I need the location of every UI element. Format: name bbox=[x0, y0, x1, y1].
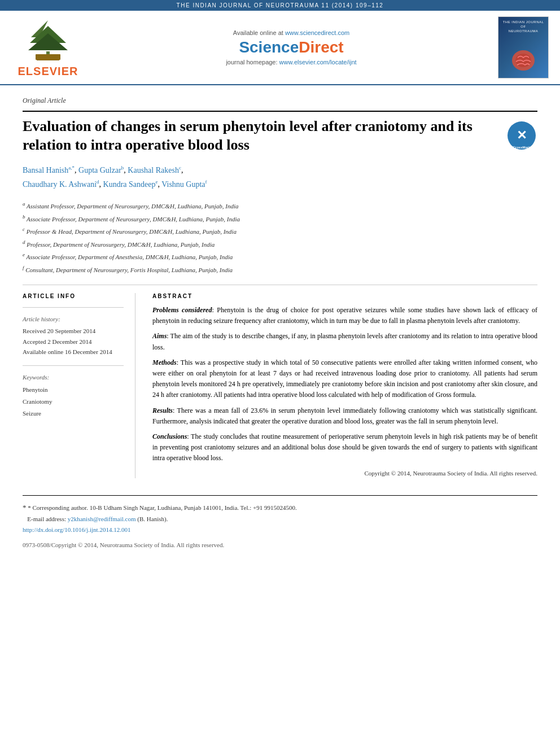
crossmark-icon: ✕ CrossMark bbox=[506, 120, 537, 151]
sciencedirect-url-link[interactable]: www.sciencedirect.com bbox=[285, 29, 349, 36]
author3-name: Kaushal Rakesh bbox=[128, 166, 179, 174]
abstract-column: ABSTRACT Problems considered: Phenytoin … bbox=[152, 293, 537, 478]
info-divider-top bbox=[23, 307, 124, 308]
abstract-problems: Problems considered: Phenytoin is the dr… bbox=[152, 305, 537, 326]
affiliation-d: d Professor, Department of Neurosurgery,… bbox=[23, 238, 537, 250]
svg-text:✕: ✕ bbox=[517, 128, 527, 142]
main-content: Original Article Evaluation of changes i… bbox=[0, 85, 560, 561]
cover-brain-icon bbox=[509, 46, 537, 75]
abstract-section-label: ABSTRACT bbox=[152, 293, 537, 299]
keyword-phenytoin: Phenytoin bbox=[23, 384, 124, 396]
elsevier-logo: ELSEVIER bbox=[11, 18, 85, 78]
abstract-methods: Methods: This was a prospective study in… bbox=[152, 357, 537, 401]
history-label: Article history: bbox=[23, 316, 124, 322]
svg-text:CrossMark: CrossMark bbox=[513, 146, 531, 149]
affiliation-f: f Consultant, Department of Neurosurgery… bbox=[23, 263, 537, 276]
issn-line: 0973-0508/Copyright © 2014, Neurotrauma … bbox=[23, 540, 537, 551]
abstract-results: Results: There was a mean fall of 23.6% … bbox=[152, 405, 537, 427]
article-title: Evaluation of changes in serum phenytoin… bbox=[23, 117, 537, 154]
top-divider bbox=[23, 111, 537, 112]
article-body-columns: ARTICLE INFO Article history: Received 2… bbox=[23, 293, 537, 478]
journal-header-text: THE INDIAN JOURNAL OF NEUROTRAUMA 11 (20… bbox=[177, 2, 384, 8]
affiliation-a: a Assistant Professor, Department of Neu… bbox=[23, 199, 537, 212]
affiliation-e: e Associate Professor, Department of Ane… bbox=[23, 250, 537, 263]
available-online-text: Available online at www.sciencedirect.co… bbox=[90, 29, 492, 36]
article-info-column: ARTICLE INFO Article history: Received 2… bbox=[23, 293, 135, 478]
info-divider-mid bbox=[23, 365, 124, 366]
author1-name: Bansal Hanish bbox=[23, 166, 68, 174]
svg-rect-5 bbox=[36, 54, 60, 60]
doi-link[interactable]: http://dx.doi.org/10.1016/j.ijnt.2014.12… bbox=[23, 526, 130, 533]
page-header: ELSEVIER Available online at www.science… bbox=[0, 11, 560, 85]
received-date: Received 20 September 2014 bbox=[23, 326, 124, 337]
abstract-conclusions: Conclusions: The study concludes that ro… bbox=[152, 431, 537, 464]
affiliation-c: c Professor & Head, Department of Neuros… bbox=[23, 225, 537, 237]
abstract-aims: Aims: The aim of the study is to describ… bbox=[152, 331, 537, 352]
sciencedirect-header: Available online at www.sciencedirect.co… bbox=[90, 29, 492, 65]
article-info-section-label: ARTICLE INFO bbox=[23, 293, 124, 299]
accepted-date: Accepted 2 December 2014 bbox=[23, 337, 124, 347]
doi-line: http://dx.doi.org/10.1016/j.ijnt.2014.12… bbox=[23, 525, 537, 535]
available-online-date: Available online 16 December 2014 bbox=[23, 347, 124, 357]
journal-homepage-line: journal homepage: www.elsevier.com/locat… bbox=[90, 59, 492, 65]
email-line: E-mail address: y2khanish@rediffmail.com… bbox=[23, 514, 537, 525]
author2-name: Gupta Gulzar bbox=[78, 166, 121, 174]
keywords-label: Keywords: bbox=[23, 374, 124, 381]
authors-line: Bansal Hanisha,*, Gupta Gulzarb, Kaushal… bbox=[23, 163, 537, 191]
elsevier-tree-icon bbox=[20, 18, 76, 63]
author4-name: Chaudhary K. Ashwani bbox=[23, 180, 97, 189]
abstract-text: Problems considered: Phenytoin is the dr… bbox=[152, 305, 537, 478]
copyright-line: Copyright © 2014, Neurotrauma Society of… bbox=[152, 469, 537, 479]
email-link[interactable]: y2khanish@rediffmail.com bbox=[68, 516, 136, 522]
sciencedirect-logo: ScienceDirect bbox=[90, 38, 492, 56]
cover-title-text: The Indian JournalofNeurotrauma bbox=[503, 20, 544, 33]
elsevier-brand-text: ELSEVIER bbox=[18, 65, 78, 78]
author5-name: Kundra Sandeep bbox=[103, 180, 156, 189]
affiliation-b: b Associate Professor, Department of Neu… bbox=[23, 212, 537, 225]
mid-divider bbox=[23, 285, 537, 285]
journal-header-bar: THE INDIAN JOURNAL OF NEUROTRAUMA 11 (20… bbox=[0, 0, 560, 11]
author6-name: Vishnu Gupta bbox=[161, 180, 205, 189]
corresponding-author-note: * * Corresponding author. 10-B Udham Sin… bbox=[23, 501, 537, 514]
keyword-craniotomy: Craniotomy bbox=[23, 396, 124, 408]
keyword-seizure: Seizure bbox=[23, 408, 124, 420]
footer-correspondence: * * Corresponding author. 10-B Udham Sin… bbox=[23, 495, 537, 550]
affiliations-list: a Assistant Professor, Department of Neu… bbox=[23, 199, 537, 276]
journal-cover-image: The Indian JournalofNeurotrauma bbox=[498, 16, 549, 78]
article-type-label: Original Article bbox=[23, 97, 537, 105]
journal-homepage-link[interactable]: www.elsevier.com/locate/ijnt bbox=[279, 59, 357, 65]
